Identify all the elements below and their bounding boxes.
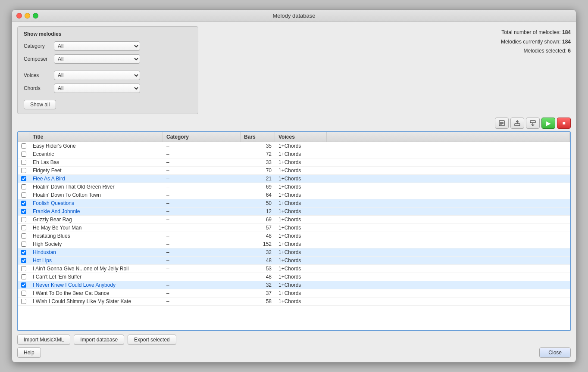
- row-checkbox[interactable]: [21, 225, 26, 230]
- table-row[interactable]: Eh Las Bas–331+Chords: [18, 158, 570, 167]
- row-checkbox[interactable]: [21, 209, 26, 214]
- chords-select[interactable]: All: [54, 84, 140, 93]
- top-section: Show melodies Category All Composer All …: [17, 26, 571, 114]
- row-checkbox[interactable]: [21, 217, 26, 222]
- row-bars: 32: [241, 249, 275, 256]
- row-title: Floatin' Down That Old Green River: [29, 183, 163, 190]
- table-row[interactable]: Hesitating Blues–481+Chords: [18, 232, 570, 240]
- table-row[interactable]: Easy Rider's Gone–351+Chords: [18, 142, 570, 150]
- table-row[interactable]: Hot Lips–481+Chords: [18, 257, 570, 265]
- category-select[interactable]: All: [54, 41, 140, 51]
- export-icon: [513, 119, 521, 127]
- table-row[interactable]: Eccentric–721+Chords: [18, 150, 570, 158]
- table-row[interactable]: Grizzly Bear Rag–691+Chords: [18, 216, 570, 224]
- row-extra: [327, 227, 570, 228]
- row-category: –: [163, 183, 241, 190]
- row-checkbox[interactable]: [21, 282, 26, 288]
- row-voices: 1+Chords: [275, 290, 327, 297]
- table-row[interactable]: I Can't Let 'Em Suffer–481+Chords: [18, 273, 570, 281]
- row-checkbox-cell: [18, 201, 29, 206]
- row-checkbox[interactable]: [21, 258, 26, 263]
- chords-label: Chords: [24, 85, 54, 91]
- row-checkbox-cell: [18, 176, 29, 181]
- row-checkbox-cell: [18, 266, 29, 271]
- stop-button[interactable]: ■: [557, 118, 571, 129]
- row-checkbox[interactable]: [21, 291, 26, 296]
- row-checkbox-cell: [18, 143, 29, 149]
- row-voices: 1+Chords: [275, 282, 327, 288]
- row-checkbox[interactable]: [21, 299, 26, 304]
- stop-icon: ■: [562, 120, 565, 126]
- row-bars: 57: [241, 224, 275, 231]
- shown-melodies-row: Melodies currently shown: 184: [501, 37, 571, 47]
- maximize-traffic-light[interactable]: [33, 13, 38, 19]
- composer-select[interactable]: All: [54, 54, 140, 64]
- export-selected-button[interactable]: Export selected: [128, 335, 176, 345]
- row-checkbox[interactable]: [21, 176, 26, 181]
- row-title: I Want To Do the Bear Cat Dance: [29, 290, 163, 297]
- row-checkbox-cell: [18, 299, 29, 304]
- voices-label: Voices: [24, 72, 54, 78]
- table-row[interactable]: Floatin' Down To Cotton Town–641+Chords: [18, 191, 570, 199]
- row-checkbox[interactable]: [21, 201, 26, 206]
- voices-select[interactable]: All: [54, 71, 140, 80]
- row-checkbox[interactable]: [21, 242, 26, 247]
- table-row[interactable]: High Society–1521+Chords: [18, 240, 570, 248]
- table-row[interactable]: Flee As A Bird–211+Chords: [18, 175, 570, 183]
- row-voices: 1+Chords: [275, 298, 327, 305]
- table-row[interactable]: He May Be Your Man–571+Chords: [18, 224, 570, 232]
- row-extra: [327, 219, 570, 220]
- close-traffic-light[interactable]: [16, 13, 22, 19]
- row-title: Floatin' Down To Cotton Town: [29, 192, 163, 198]
- row-checkbox[interactable]: [21, 233, 26, 239]
- table-row[interactable]: Floatin' Down That Old Green River–691+C…: [18, 183, 570, 191]
- row-category: –: [163, 200, 241, 207]
- row-category: –: [163, 265, 241, 272]
- help-button[interactable]: Help: [17, 347, 41, 358]
- voices-filter-row: Voices All: [24, 71, 192, 80]
- row-checkbox[interactable]: [21, 143, 26, 149]
- row-title: Frankie And Johnnie: [29, 208, 163, 215]
- export-icon-button[interactable]: [510, 118, 524, 129]
- table-row[interactable]: Fidgety Feet–701+Chords: [18, 167, 570, 175]
- table-row[interactable]: Foolish Questions–501+Chords: [18, 199, 570, 208]
- import-musicxml-button[interactable]: Import MusicXML: [17, 335, 70, 345]
- row-checkbox[interactable]: [21, 266, 26, 271]
- minimize-traffic-light[interactable]: [25, 13, 30, 19]
- row-bars: 152: [241, 241, 275, 248]
- row-checkbox[interactable]: [21, 168, 26, 173]
- table-row[interactable]: Frankie And Johnnie–121+Chords: [18, 208, 570, 216]
- row-extra: [327, 178, 570, 179]
- table-row[interactable]: I Wish I Could Shimmy Like My Sister Kat…: [18, 298, 570, 306]
- row-checkbox[interactable]: [21, 160, 26, 165]
- row-category: –: [163, 273, 241, 280]
- row-voices: 1+Chords: [275, 273, 327, 280]
- close-button[interactable]: Close: [539, 347, 571, 358]
- row-voices: 1+Chords: [275, 151, 327, 158]
- import-database-button[interactable]: Import database: [74, 335, 124, 345]
- row-checkbox[interactable]: [21, 192, 26, 198]
- table-row[interactable]: I Never Knew I Could Love Anybody–321+Ch…: [18, 281, 570, 289]
- show-all-button[interactable]: Show all: [24, 100, 56, 109]
- row-checkbox[interactable]: [21, 250, 26, 255]
- row-bars: 35: [241, 143, 275, 149]
- row-bars: 64: [241, 192, 275, 198]
- play-button[interactable]: ▶: [541, 118, 555, 129]
- selected-melodies-row: Melodies selected: 6: [501, 46, 571, 56]
- row-bars: 53: [241, 265, 275, 272]
- table-row[interactable]: Hindustan–321+Chords: [18, 248, 570, 257]
- row-checkbox[interactable]: [21, 152, 26, 157]
- row-category: –: [163, 257, 241, 264]
- svg-rect-4: [515, 124, 520, 126]
- row-title: Easy Rider's Gone: [29, 143, 163, 149]
- row-checkbox[interactable]: [21, 274, 26, 279]
- row-extra: [327, 301, 570, 302]
- table-row[interactable]: I Want To Do the Bear Cat Dance–371+Chor…: [18, 289, 570, 298]
- row-extra: [327, 154, 570, 155]
- play-icon: ▶: [546, 120, 551, 127]
- composer-label: Composer: [24, 56, 54, 62]
- score-view-button[interactable]: [495, 118, 509, 129]
- table-row[interactable]: I Ain't Gonna Give N...one of My Jelly R…: [18, 265, 570, 273]
- row-checkbox[interactable]: [21, 184, 26, 189]
- import-icon-button[interactable]: [526, 118, 540, 129]
